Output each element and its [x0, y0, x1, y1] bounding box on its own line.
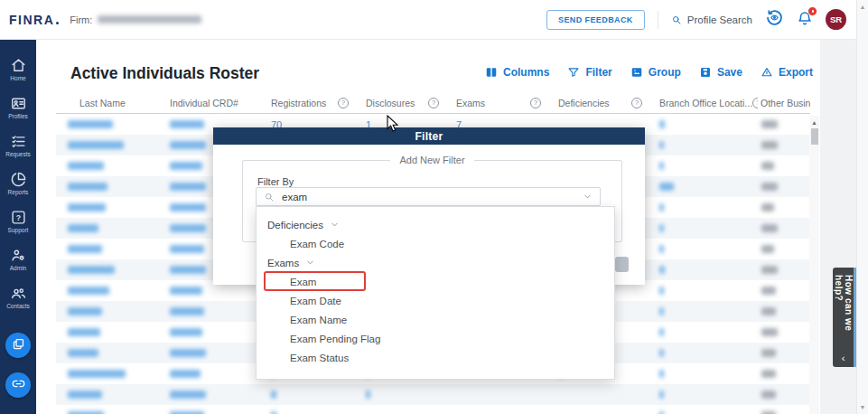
cell-last-name[interactable] — [56, 183, 167, 191]
export-button[interactable]: Export — [761, 66, 813, 79]
dropdown-item-exam-date[interactable]: Exam Date — [257, 291, 614, 310]
cell-last-name[interactable] — [56, 162, 167, 170]
page-scroll-up-icon[interactable]: ▲ — [857, 4, 868, 10]
redacted-text — [68, 141, 124, 149]
column-header-last-name: Last Name — [56, 98, 167, 108]
column-header-disclosures: Disclosures? — [363, 98, 453, 108]
dropdown-group-label: Exams — [267, 258, 299, 268]
cell-crd[interactable] — [167, 390, 268, 399]
cell-last-name[interactable] — [56, 307, 167, 315]
cell-last-name[interactable] — [56, 328, 167, 336]
cell-last-name[interactable] — [56, 349, 167, 357]
redacted-text — [68, 328, 100, 336]
scroll-up-icon[interactable]: ▲ — [809, 116, 819, 126]
sidebar-item-contacts[interactable]: Contacts — [0, 278, 36, 316]
notifications-button[interactable] — [797, 10, 813, 30]
redacted-text — [366, 390, 370, 399]
save-button[interactable]: Save — [699, 66, 742, 79]
requests-icon — [11, 134, 26, 149]
cell-other-business — [758, 183, 810, 191]
cell-crd[interactable] — [167, 287, 268, 295]
help-icon[interactable]: ? — [428, 98, 439, 108]
quick-links-button[interactable] — [5, 372, 31, 398]
cell-other-business — [758, 328, 810, 336]
cell-other-business — [758, 349, 810, 357]
profile-search[interactable]: Profile Search — [671, 14, 752, 25]
cell-last-name[interactable] — [56, 266, 167, 274]
column-header-registrations: Registrations? — [268, 98, 363, 108]
redacted-text — [68, 245, 102, 253]
table-scrollbar-thumb[interactable] — [811, 128, 818, 145]
svg-text:?: ? — [15, 213, 20, 222]
cell-crd[interactable] — [167, 349, 268, 357]
send-feedback-button[interactable]: SEND FEEDBACK — [546, 10, 645, 30]
cell-last-name[interactable] — [56, 287, 167, 295]
filter-by-search-input[interactable]: exam — [256, 187, 601, 206]
redacted-text — [68, 266, 115, 274]
dropdown-item-exam-status[interactable]: Exam Status — [257, 348, 614, 367]
save-icon — [699, 66, 712, 79]
table-toolbar: ColumnsFilterGroupSaveExport — [485, 66, 813, 79]
sidebar-item-support[interactable]: ?Support — [0, 202, 36, 240]
redacted-text — [170, 287, 202, 295]
cell-last-name[interactable] — [56, 245, 167, 253]
chevron-down-icon[interactable] — [583, 192, 593, 202]
cell-disclosures — [363, 390, 453, 399]
avatar[interactable]: SR — [826, 9, 846, 30]
recently-viewed-button[interactable] — [765, 8, 784, 31]
sidebar-item-requests[interactable]: Requests — [0, 127, 36, 165]
sidebar-item-profiles[interactable]: Profiles — [0, 89, 36, 127]
redacted-text — [761, 266, 778, 274]
dropdown-group-exams[interactable]: Exams — [257, 253, 614, 272]
cell-branch-offices — [657, 224, 758, 232]
export-icon — [761, 66, 773, 79]
redacted-text — [170, 141, 206, 149]
dropdown-item-label: Exam Date — [290, 296, 341, 306]
redacted-text — [761, 203, 774, 212]
cell-branch-offices — [657, 203, 758, 212]
cell-last-name[interactable] — [56, 390, 167, 399]
dropdown-item-exam-code[interactable]: Exam Code — [257, 234, 614, 253]
redacted-text — [68, 349, 98, 357]
filter-button[interactable]: Filter — [567, 66, 611, 79]
multi-window-button[interactable] — [5, 333, 31, 358]
redacted-text — [68, 120, 113, 128]
cell-last-name[interactable] — [56, 370, 167, 378]
table-scrollbar[interactable]: ▲ — [809, 116, 819, 414]
help-tab[interactable]: How can we help? ‹ — [833, 268, 856, 367]
column-header-label: Deficiencies — [558, 98, 610, 108]
help-icon[interactable]: ? — [530, 98, 541, 108]
columns-button[interactable]: Columns — [485, 66, 549, 79]
help-tab-label: How can we help? — [834, 275, 854, 353]
firm-label: Firm: — [70, 14, 92, 25]
page-scrollbar[interactable]: ▲ ▼ — [856, 0, 868, 414]
cell-crd[interactable] — [167, 328, 268, 336]
dropdown-group-deficiencies[interactable]: Deficiencies — [257, 215, 614, 234]
sidebar-item-reports[interactable]: Reports — [0, 165, 36, 202]
sidebar-item-home[interactable]: Home — [0, 51, 36, 89]
redacted-text — [68, 224, 98, 232]
cell-last-name[interactable] — [56, 141, 167, 149]
dropdown-item-exam-name[interactable]: Exam Name — [257, 310, 614, 329]
history-eye-icon — [765, 8, 784, 31]
columns-icon — [485, 66, 498, 79]
page-scroll-down-icon[interactable]: ▼ — [857, 404, 868, 410]
dropdown-item-exam-pending-flag[interactable]: Exam Pending Flag — [257, 329, 614, 348]
cell-crd[interactable] — [167, 370, 268, 378]
redacted-text — [170, 224, 206, 232]
cell-last-name[interactable] — [56, 203, 167, 212]
filter-by-label: Filter By — [257, 176, 294, 187]
sidebar-item-admin[interactable]: Admin — [0, 240, 36, 278]
redacted-text — [170, 203, 206, 212]
help-icon[interactable]: ? — [338, 98, 349, 108]
redacted-text — [68, 183, 107, 191]
cell-last-name[interactable] — [56, 120, 167, 128]
redacted-text — [761, 120, 778, 128]
cell-last-name[interactable] — [56, 224, 167, 232]
link-icon — [12, 377, 25, 394]
dropdown-item-exam[interactable]: Exam — [257, 272, 614, 291]
cell-other-business — [758, 120, 810, 128]
help-icon[interactable]: ? — [631, 98, 642, 108]
group-button[interactable]: Group — [630, 66, 681, 79]
cell-crd[interactable] — [167, 307, 268, 315]
